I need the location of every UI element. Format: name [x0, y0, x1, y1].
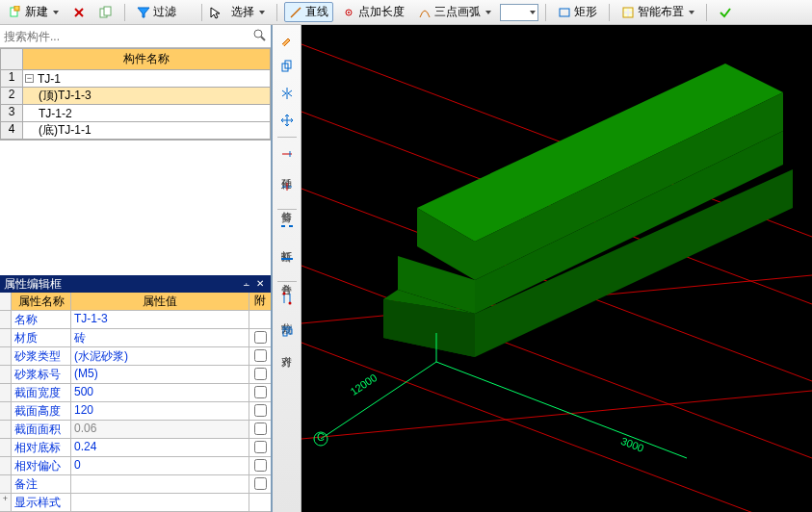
- vtool-trim[interactable]: [276, 176, 298, 197]
- prop-gutter: [0, 421, 12, 438]
- vtool-mirror[interactable]: [276, 83, 298, 104]
- prop-value[interactable]: 0: [71, 457, 249, 474]
- linetype-combo[interactable]: [500, 4, 538, 21]
- tree-row[interactable]: 2(顶)TJ-1-3: [0, 88, 271, 105]
- filter-button[interactable]: 过滤: [132, 2, 181, 22]
- prop-checkbox[interactable]: [254, 477, 267, 490]
- property-row[interactable]: 备注: [0, 475, 271, 494]
- tree-cell[interactable]: (底)TJ-1-1: [23, 122, 271, 140]
- tree-gutter-head: [0, 48, 23, 70]
- point-length-label: 点加长度: [358, 4, 405, 20]
- prop-checkbox[interactable]: [254, 459, 267, 472]
- property-row[interactable]: 砂浆标号(M5): [0, 366, 271, 384]
- property-row[interactable]: 截面面积0.06: [0, 421, 271, 439]
- prop-value[interactable]: (M5): [71, 366, 249, 383]
- prop-name: 截面面积: [12, 421, 71, 438]
- vtool-copy[interactable]: [276, 56, 298, 77]
- close-icon[interactable]: ✕: [253, 277, 267, 291]
- svg-line-37: [301, 343, 812, 512]
- property-row[interactable]: 材质砖: [0, 329, 271, 347]
- svg-point-17: [254, 30, 262, 38]
- prop-value[interactable]: (水泥砂浆): [71, 347, 249, 365]
- select-button[interactable]: 选择: [226, 2, 270, 22]
- svg-rect-14: [623, 13, 627, 17]
- pin-icon[interactable]: ⫠: [240, 277, 253, 291]
- property-row[interactable]: 截面宽度500: [0, 384, 271, 402]
- search-input[interactable]: [0, 28, 248, 45]
- prop-checkbox-cell[interactable]: [249, 384, 271, 401]
- arc-icon: [418, 6, 432, 19]
- prop-value[interactable]: 500: [71, 384, 249, 401]
- line-icon: [289, 6, 302, 19]
- prop-value[interactable]: TJ-1-3: [71, 311, 249, 328]
- prop-name: 名称: [12, 311, 71, 328]
- arc3-button[interactable]: 三点画弧: [413, 2, 496, 22]
- prop-gutter: [0, 384, 12, 401]
- property-row[interactable]: 相对偏心0: [0, 457, 271, 475]
- prop-gutter: [0, 311, 12, 328]
- prop-gutter: [0, 475, 12, 493]
- prop-checkbox-cell[interactable]: [249, 475, 271, 493]
- prop-checkbox-cell[interactable]: [249, 311, 271, 328]
- svg-rect-5: [104, 7, 111, 15]
- prop-checkbox-cell[interactable]: [249, 421, 271, 438]
- prop-value[interactable]: [71, 475, 249, 493]
- separator: [545, 4, 546, 21]
- tree-column-name[interactable]: 构件名称: [23, 48, 271, 70]
- confirm-button[interactable]: [714, 4, 737, 21]
- prop-value: 0.06: [71, 421, 249, 438]
- delete-button[interactable]: [67, 4, 91, 21]
- prop-checkbox[interactable]: [254, 368, 267, 380]
- tree-row[interactable]: 3TJ-1-2: [0, 105, 271, 122]
- vtool-merge[interactable]: [276, 248, 298, 269]
- prop-value[interactable]: 砖: [71, 329, 249, 346]
- prop-checkbox-cell[interactable]: [249, 402, 271, 420]
- tree-row[interactable]: 1−TJ-1: [0, 70, 271, 88]
- prop-checkbox-cell[interactable]: [249, 494, 271, 511]
- prop-checkbox-cell[interactable]: [249, 347, 271, 365]
- prop-checkbox-cell[interactable]: [249, 366, 271, 383]
- prop-value[interactable]: 0.24: [71, 439, 249, 456]
- copy-button[interactable]: [94, 4, 118, 21]
- prop-checkbox[interactable]: [254, 331, 267, 344]
- 3d-viewport[interactable]: 12000 3000 C: [301, 25, 812, 512]
- property-row[interactable]: 相对底标0.24: [0, 439, 271, 457]
- tree-cell[interactable]: −TJ-1: [23, 70, 271, 88]
- property-panel-title[interactable]: 属性编辑框 ⫠ ✕: [0, 275, 271, 293]
- vtool-break[interactable]: [276, 216, 298, 237]
- prop-value[interactable]: [71, 494, 249, 511]
- prop-checkbox[interactable]: [254, 441, 267, 453]
- vtool-align[interactable]: [276, 320, 298, 342]
- tree-cell[interactable]: TJ-1-2: [23, 105, 271, 122]
- property-row[interactable]: +显示样式: [0, 494, 271, 512]
- prop-checkbox-cell[interactable]: [249, 329, 271, 346]
- prop-checkbox[interactable]: [254, 422, 267, 435]
- smart-button[interactable]: 智能布置: [616, 2, 699, 22]
- prop-value[interactable]: 120: [71, 402, 249, 420]
- vtool-brush[interactable]: [276, 29, 298, 50]
- rect-button[interactable]: 矩形: [553, 2, 602, 22]
- filter-label: 过滤: [153, 4, 176, 20]
- line-button[interactable]: 直线: [284, 2, 333, 22]
- vtool-move[interactable]: [276, 110, 298, 131]
- property-row[interactable]: 名称TJ-1-3: [0, 311, 271, 329]
- property-row[interactable]: 截面高度120: [0, 402, 271, 421]
- separator: [277, 281, 297, 282]
- prop-checkbox-cell[interactable]: [249, 457, 271, 474]
- point-length-button[interactable]: 点加长度: [337, 2, 409, 22]
- prop-checkbox[interactable]: [254, 404, 267, 417]
- vtool-extend[interactable]: [276, 143, 298, 165]
- tree-cell[interactable]: (顶)TJ-1-3: [23, 88, 271, 105]
- vtool-split[interactable]: [276, 288, 298, 309]
- svg-rect-31: [283, 329, 287, 336]
- search-icon[interactable]: [248, 28, 271, 44]
- property-row[interactable]: 砂浆类型(水泥砂浆): [0, 347, 271, 366]
- tree-row[interactable]: 4(底)TJ-1-1: [0, 122, 271, 140]
- tree-toggle-icon[interactable]: −: [25, 74, 34, 83]
- prop-checkbox[interactable]: [254, 386, 267, 398]
- svg-rect-32: [289, 329, 292, 334]
- prop-checkbox-cell[interactable]: [249, 439, 271, 456]
- prop-name: 截面宽度: [12, 384, 71, 401]
- new-button[interactable]: 新建: [4, 2, 64, 22]
- prop-checkbox[interactable]: [254, 349, 267, 362]
